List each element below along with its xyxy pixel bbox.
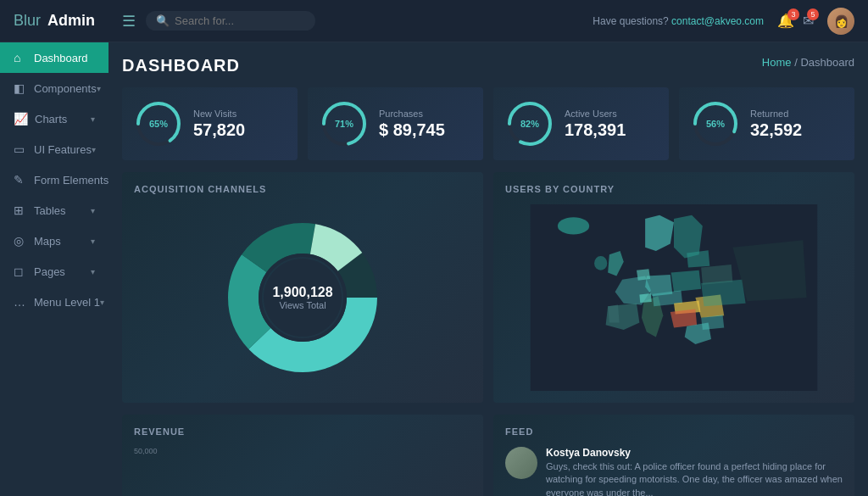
avatar[interactable]: 👩 [827, 8, 854, 35]
brand-admin: Admin [47, 12, 95, 30]
stat-cards: 65% New Visits 57,820 71% Purchases $ 89… [122, 87, 854, 160]
stat-info: Purchases $ 89,745 [379, 109, 445, 140]
notification-button[interactable]: 🔔 3 [777, 13, 794, 29]
donut-center: 1,900,128 Views Total [272, 285, 332, 310]
notification-badge: 3 [787, 8, 799, 20]
breadcrumb: Home / Dashboard [762, 56, 854, 69]
donut-value: 1,900,128 [272, 285, 332, 300]
search-box: 🔍 [146, 11, 315, 31]
stat-value: $ 89,745 [379, 120, 445, 140]
widgets-row: ACQUISITION CHANNELS [122, 172, 854, 403]
gauge-text: 56% [706, 119, 725, 129]
chevron-down-icon: ▾ [91, 114, 95, 124]
feed-item: Kostya Danovsky Guys, check this out: A … [505, 447, 843, 496]
revenue-axis: 50,000 [134, 447, 471, 455]
donut-label: Views Total [272, 300, 332, 310]
sidebar-item-pages[interactable]: ◻ Pages ▾ [0, 256, 108, 287]
chevron-down-icon: ▾ [100, 298, 104, 307]
stat-value: 32,592 [750, 120, 802, 140]
maps-icon: ◎ [14, 234, 27, 248]
nav-right: Have questions? contact@akveo.com 🔔 3 ✉ … [593, 8, 854, 35]
feed-title: FEED [505, 426, 843, 437]
svg-point-17 [594, 256, 607, 270]
chevron-down-icon: ▾ [97, 84, 101, 93]
search-icon: 🔍 [156, 14, 170, 27]
sidebar-item-dashboard[interactable]: ⌂ Dashboard [0, 42, 108, 73]
sidebar-item-label: Menu Level 1 [34, 296, 100, 309]
stat-card: 65% New Visits 57,820 [122, 87, 298, 160]
sidebar-item-label: Pages [34, 265, 65, 278]
europe-map [505, 204, 843, 391]
hamburger-icon[interactable]: ☰ [122, 12, 136, 31]
ui-icon: ▭ [14, 142, 27, 156]
tables-icon: ⊞ [14, 203, 27, 217]
feed-avatar-image [505, 447, 537, 479]
sidebar-item-label: Components [34, 82, 97, 95]
message-badge: 5 [807, 8, 819, 20]
acquisition-channels-card: ACQUISITION CHANNELS [122, 172, 483, 403]
main-layout: ⌂ Dashboard ◧ Components ▾ 📈 Charts ▾ ▭ … [0, 42, 868, 496]
donut-container: 1,900,128 Views Total [134, 204, 471, 391]
revenue-title: REVENUE [134, 426, 471, 437]
breadcrumb-current: Dashboard [800, 56, 854, 69]
sidebar-item-label: UI Features [34, 143, 92, 156]
gauge-text: 71% [335, 119, 353, 129]
sidebar: ⌂ Dashboard ◧ Components ▾ 📈 Charts ▾ ▭ … [0, 42, 108, 496]
content-header: DASHBOARD Home / Dashboard [122, 56, 854, 75]
help-email[interactable]: contact@akveo.com [671, 15, 764, 27]
stat-label: New Visits [193, 109, 245, 119]
main-content: DASHBOARD Home / Dashboard 65% New Visit… [108, 42, 868, 496]
sidebar-item-label: Dashboard [34, 52, 88, 64]
pages-icon: ◻ [14, 265, 27, 278]
brand-logo: BlurAdmin [14, 12, 122, 30]
page-title: DASHBOARD [122, 56, 240, 75]
home-icon: ⌂ [14, 51, 27, 64]
avatar-image: 👩 [827, 8, 854, 35]
sidebar-item-label: Maps [34, 235, 61, 248]
sidebar-item-charts[interactable]: 📈 Charts ▾ [0, 103, 108, 134]
stat-label: Purchases [379, 109, 445, 119]
sidebar-item-label: Form Elements [34, 174, 108, 187]
feed-avatar [505, 447, 537, 479]
chevron-down-icon: ▾ [91, 267, 95, 276]
gauge-circle: 71% [321, 101, 367, 147]
breadcrumb-home[interactable]: Home [762, 56, 792, 69]
users-country-title: USERS BY COUNTRY [505, 184, 843, 194]
chevron-down-icon: ▾ [91, 206, 95, 215]
stat-card: 56% Returned 32,592 [679, 87, 854, 160]
stat-value: 178,391 [565, 120, 626, 140]
revenue-card: REVENUE 50,000 [122, 415, 483, 496]
sidebar-item-ui-features[interactable]: ▭ UI Features ▾ [0, 134, 108, 164]
stat-card: 82% Active Users 178,391 [493, 87, 669, 160]
stat-card: 71% Purchases $ 89,745 [308, 87, 483, 160]
svg-point-16 [558, 217, 589, 234]
gauge-text: 65% [149, 119, 168, 129]
gauge-circle: 65% [136, 101, 181, 147]
feed-content: Kostya Danovsky Guys, check this out: A … [546, 447, 843, 496]
sidebar-item-maps[interactable]: ◎ Maps ▾ [0, 226, 108, 256]
charts-icon: 📈 [14, 112, 28, 125]
gauge-circle: 56% [693, 101, 738, 147]
sidebar-item-components[interactable]: ◧ Components ▾ [0, 73, 108, 103]
message-button[interactable]: ✉ 5 [803, 13, 814, 29]
map-container [505, 204, 843, 391]
sidebar-item-form-elements[interactable]: ✎ Form Elements ▾ [0, 164, 108, 195]
search-input[interactable] [175, 14, 293, 27]
stat-info: Active Users 178,391 [565, 109, 626, 140]
brand-blur: Blur [14, 12, 41, 30]
components-icon: ◧ [14, 81, 27, 95]
bottom-row: REVENUE 50,000 FEED Kostya Danovsky Guys… [122, 415, 854, 496]
sidebar-item-tables[interactable]: ⊞ Tables ▾ [0, 195, 108, 226]
nav-icons: 🔔 3 ✉ 5 [777, 13, 814, 29]
chevron-down-icon: ▾ [91, 237, 95, 246]
help-text: Have questions? contact@akveo.com [593, 15, 764, 27]
chevron-down-icon: ▾ [92, 145, 96, 154]
stat-info: Returned 32,592 [750, 109, 802, 140]
feed-text: Guys, check this out: A police officer f… [546, 460, 843, 496]
feed-author: Kostya Danovsky [546, 447, 843, 459]
stat-label: Active Users [565, 109, 626, 119]
users-by-country-card: USERS BY COUNTRY [493, 172, 854, 403]
form-icon: ✎ [14, 173, 27, 187]
sidebar-item-menu-level[interactable]: … Menu Level 1 ▾ [0, 287, 108, 317]
feed-card: FEED Kostya Danovsky Guys, check this ou… [493, 415, 854, 496]
